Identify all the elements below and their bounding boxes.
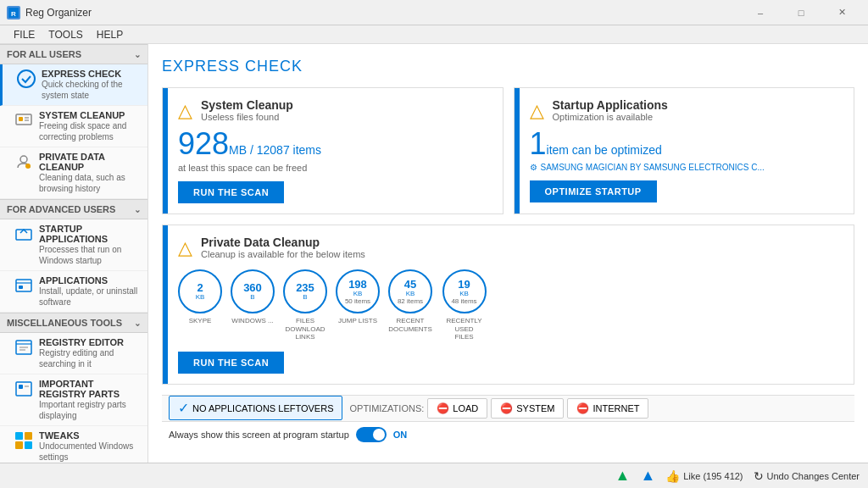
svg-point-2 [18,70,35,87]
express-check-title: EXPRESS CHECK [42,69,141,79]
circle-skype: 2 KB SKYPE [178,269,222,341]
imp-registry-title: IMPORTANT REGISTRY PARTS [39,379,141,399]
circle-files-download: 235 B FILES DOWNLOAD LINKS [283,269,327,341]
system-cleanup-title: SYSTEM CLEANUP [39,110,141,120]
status-icon-blue: ▲ [640,467,655,485]
run-scan-button[interactable]: RUN THE SCAN [178,181,284,203]
warning-icon: △ [178,100,192,122]
undo-icon: ↻ [754,469,764,483]
startup-toggle[interactable] [356,427,387,442]
menu-tools[interactable]: TOOLS [42,27,89,42]
private-cleanup-desc: Cleaning data, such as browsing history [39,172,141,194]
sidebar-item-tweaks[interactable]: TWEAKS Undocumented Windows settings [0,426,147,463]
startup-card-title: Startup Applications [553,98,668,112]
system-cleanup-card: △ System Cleanup Useless files found 928… [162,87,504,214]
registry-editor-desc: Registry editing and searching in it [39,347,141,369]
statusbar: ▲ ▲ 👍 Like (195 412) ↻ Undo Changes Cent… [0,463,868,488]
startup-value: 1 [530,126,547,161]
page-title: EXPRESS CHECK [162,58,854,75]
private-data-icon [14,152,34,172]
startup-card-subtitle: Optimization is available [553,112,668,122]
system-cleanup-card-title: System Cleanup [201,98,293,112]
sidebar-section-misc-tools[interactable]: MISCELLANEOUS TOOLS ⌄ [0,313,147,333]
optimize-startup-button[interactable]: OPTIMIZE STARTUP [530,180,657,202]
sidebar-section-for-all-users[interactable]: FOR ALL USERS ⌄ [0,44,147,64]
svg-rect-9 [16,230,31,240]
menu-help[interactable]: HELP [90,27,130,42]
svg-rect-22 [15,441,23,449]
titlebar: R Reg Organizer – □ ✕ [0,0,868,25]
sidebar-item-system-cleanup[interactable]: SYSTEM CLEANUP Freeing disk space and co… [0,106,147,147]
status-icon-green: ▲ [615,467,631,485]
svg-text:R: R [11,10,16,18]
internet-icon: ⛔ [576,402,589,414]
svg-rect-18 [19,385,23,389]
private-warning-icon: △ [178,237,192,259]
status-icon-1[interactable]: ▲ [615,467,631,485]
startup-apps-desc: Processes that run on Windows startup [39,244,141,266]
circle-jump-lists: 198 KB 50 items JUMP LISTS [336,269,380,341]
check-icon [16,69,36,89]
system-cleanup-desc: at least this space can be freed [178,163,492,173]
gear-icon: ⚙ [530,163,537,172]
circle-recently-used: 19 KB 48 items RECENTLY USED FILES [441,269,487,341]
svg-point-7 [20,156,27,163]
private-run-scan-button[interactable]: RUN THE SCAN [178,352,284,374]
main-container: FOR ALL USERS ⌄ EXPRESS CHECK Quick chec… [0,44,868,463]
bottom-tabs-bar: ✓ NO APPLICATIONS LEFTOVERS OPTIMIZATION… [162,395,854,422]
startup-card: △ Startup Applications Optimization is a… [514,87,855,214]
system-tab[interactable]: ⛔ SYSTEM [491,398,564,419]
optimize-app-info: ⚙ SAMSUNG MAGICIAN BY SAMSUNG ELECTRONIC… [530,163,844,172]
sidebar-item-express-check[interactable]: EXPRESS CHECK Quick checking of the syst… [0,64,147,106]
svg-rect-3 [16,114,31,125]
circle-windows: 360 B WINDOWS ... [231,269,275,341]
sidebar-item-private-data-cleanup[interactable]: PRIVATE DATA CLEANUP Cleaning data, such… [0,147,147,199]
load-tab[interactable]: ⛔ LOAD [427,398,487,419]
toggle-row: Always show this screen at program start… [162,422,854,447]
express-check-desc: Quick checking of the system state [42,79,141,101]
applications-title: APPLICATIONS [39,275,141,286]
system-cleanup-unit: MB / 12087 items [229,143,321,157]
svg-rect-10 [16,280,31,291]
close-button[interactable]: ✕ [822,0,861,25]
applications-desc: Install, update, or uninstall software [39,286,141,308]
svg-rect-17 [16,382,31,396]
no-leftovers-tab[interactable]: ✓ NO APPLICATIONS LEFTOVERS [169,396,342,420]
imp-registry-desc: Important registry parts displaying [39,399,141,421]
toggle-label: Always show this screen at program start… [169,430,349,440]
menu-file[interactable]: FILE [7,27,42,42]
registry-editor-title: REGISTRY EDITOR [39,337,141,347]
chevron-down-icon-2: ⌄ [134,205,141,214]
system-cleanup-desc: Freeing disk space and correcting proble… [39,120,141,142]
minimize-button[interactable]: – [741,0,780,25]
content-area: EXPRESS CHECK △ System Cleanup Useless f… [148,44,868,463]
circle-recent-docs: 45 KB 82 items RECENT DOCUMENTS [388,269,432,341]
private-data-card: △ Private Data Cleanup Cleanup is availa… [162,225,854,385]
like-label: Like (195 412) [683,471,743,481]
sidebar-item-important-registry-parts[interactable]: IMPORTANT REGISTRY PARTS Important regis… [0,374,147,426]
internet-tab[interactable]: ⛔ INTERNET [567,398,648,419]
load-icon: ⛔ [437,402,449,414]
window-controls: – □ ✕ [741,0,861,25]
system-cleanup-card-subtitle: Useless files found [201,112,293,122]
sidebar-item-startup-applications[interactable]: STARTUP APPLICATIONS Processes that run … [0,219,147,271]
status-icon-2[interactable]: ▲ [640,467,655,485]
startup-icon [14,224,34,244]
svg-rect-21 [25,432,32,440]
svg-rect-20 [15,432,23,440]
sidebar-item-applications[interactable]: APPLICATIONS Install, update, or uninsta… [0,271,147,313]
system-cleanup-icon [14,110,34,130]
like-icon: 👍 [665,469,680,483]
chevron-down-icon-3: ⌄ [134,319,141,328]
sidebar-section-advanced-users[interactable]: FOR ADVANCED USERS ⌄ [0,199,147,219]
like-button[interactable]: 👍 Like (195 412) [665,469,743,483]
svg-point-8 [25,164,31,169]
registry-editor-icon [14,337,34,358]
app-icon: R [7,6,20,19]
undo-changes-button[interactable]: ↻ Undo Changes Center [754,469,860,483]
sidebar-item-registry-editor[interactable]: REGISTRY EDITOR Registry editing and sea… [0,333,147,374]
maximize-button[interactable]: □ [782,0,821,25]
data-circles-row: 2 KB SKYPE 360 B WINDOWS ... [178,269,843,341]
startup-warning-icon: △ [530,100,544,122]
toggle-thumb [373,429,385,441]
